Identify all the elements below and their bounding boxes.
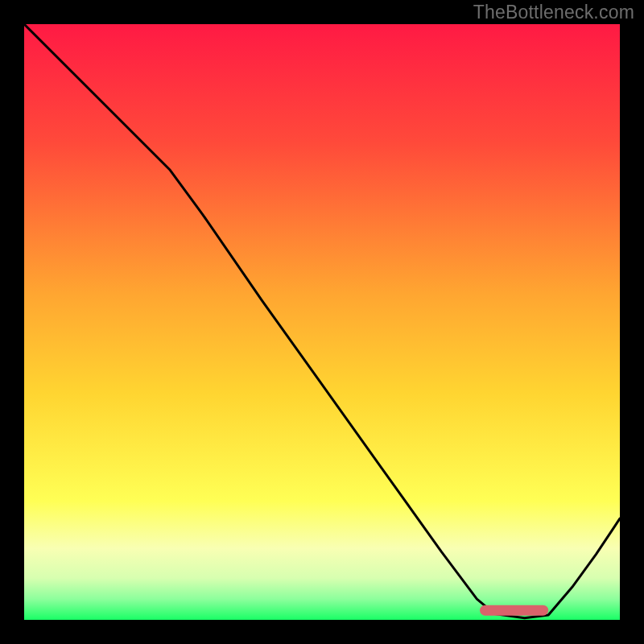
watermark-text: TheBottleneck.com <box>473 2 634 23</box>
optimal-range-marker <box>480 605 548 616</box>
chart-container: TheBottleneck.com <box>0 0 644 644</box>
bottleneck-chart <box>0 0 644 644</box>
